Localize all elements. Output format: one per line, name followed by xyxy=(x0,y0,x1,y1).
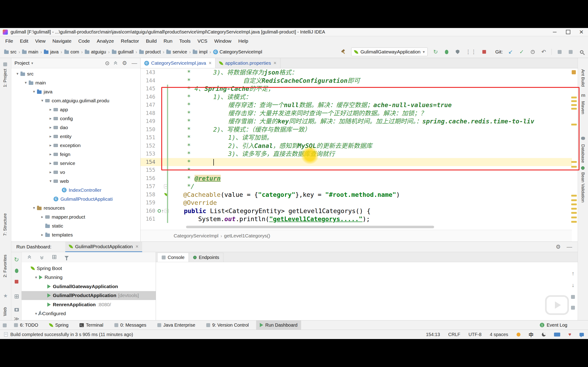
stripe-maven[interactable]: Maven xyxy=(580,101,586,114)
line-number[interactable]: 156 xyxy=(141,174,157,183)
line-number[interactable]: 146 xyxy=(141,93,157,101)
vcs-commit-button[interactable]: ✓ xyxy=(519,48,525,56)
tree-expand-arrow[interactable]: ▸ xyxy=(48,143,53,148)
project-item-com-atguigu-gulimall-produ[interactable]: ▾com.atguigu.gulimall.produ xyxy=(11,96,140,105)
menu-tools[interactable]: Tools xyxy=(176,36,194,46)
history-button[interactable] xyxy=(529,48,536,56)
bean-validation-icon[interactable] xyxy=(581,166,585,170)
line-number[interactable]: 158 xyxy=(141,191,157,199)
breadcrumb-java[interactable]: java xyxy=(44,49,59,55)
breadcrumb-impl[interactable]: impl xyxy=(193,49,208,55)
menu-edit[interactable]: Edit xyxy=(17,36,32,46)
tree-expand-arrow[interactable]: ▸ xyxy=(48,125,53,130)
breadcrumb-getlevel1categorys[interactable]: getLevel1Categorys() xyxy=(224,233,270,239)
code-line-155[interactable]: 155 * xyxy=(141,166,572,174)
menu-window[interactable]: Window xyxy=(211,36,235,46)
toolwindow-java-enterprise[interactable]: Java Enterprise xyxy=(154,320,199,330)
project-item-indexcontroller[interactable]: IndexController xyxy=(11,186,140,194)
tree-collapse-arrow[interactable]: ▾ xyxy=(48,179,53,184)
settings-gear-icon[interactable]: ⚙ xyxy=(556,244,561,250)
tree-expand-arrow[interactable]: ▸ xyxy=(48,134,53,139)
breadcrumb-gulimall[interactable]: gulimall xyxy=(112,49,134,55)
code-line-159[interactable]: 159 @Override xyxy=(141,199,572,207)
project-item-main[interactable]: ▾main xyxy=(11,78,140,87)
tree-collapse-arrow[interactable]: ▾ xyxy=(39,98,45,103)
moon-icon[interactable] xyxy=(542,333,546,336)
database-icon[interactable] xyxy=(581,136,585,140)
editor-tab-categoryserviceimpl-java[interactable]: CategoryServiceImpl.java× xyxy=(141,58,216,68)
event-log-widget[interactable]: 1 Event Log xyxy=(540,323,588,328)
tree-expand-arrow[interactable]: ▸ xyxy=(48,161,53,166)
project-item-templates[interactable]: ▸templates xyxy=(11,230,140,239)
tree-collapse-arrow[interactable]: ▾ xyxy=(33,275,39,280)
editor-tab-application-properties[interactable]: application.properties× xyxy=(216,58,280,68)
minimize-button[interactable] xyxy=(548,28,561,36)
line-number[interactable]: 157 xyxy=(141,182,157,191)
line-number[interactable]: 154 xyxy=(141,158,157,166)
menu-file[interactable]: File xyxy=(2,36,17,46)
ime-indicator[interactable]: 中 xyxy=(529,331,534,338)
tree-collapse-arrow[interactable]: ▾ xyxy=(15,71,20,76)
code-line-143[interactable]: 143 * 3)、将数据保存为json格式： xyxy=(141,68,572,77)
code-line-150[interactable]: 150 * 2)、写模式：（缓存与数据库一致） xyxy=(141,125,572,134)
stripe-ant-build[interactable]: Ant Build xyxy=(580,69,586,87)
code-line-157[interactable]: 157− */ xyxy=(141,182,572,191)
project-item-gulimallproductapplicati[interactable]: GulimallProductApplicati xyxy=(11,194,140,203)
line-number[interactable]: 148 xyxy=(141,109,157,117)
project-item-src[interactable]: ▾src xyxy=(11,69,140,78)
build-button[interactable] xyxy=(340,48,346,56)
rollback-button[interactable]: ↶ xyxy=(540,48,547,56)
settings-gear-icon[interactable]: ⚙ xyxy=(122,60,127,66)
stripe-bean-validation[interactable]: Bean Validation xyxy=(580,172,586,202)
line-number[interactable]: 160 xyxy=(141,207,157,215)
override-gutter-icon[interactable]: ↑ xyxy=(157,209,164,213)
hide-panel-icon[interactable]: — xyxy=(132,60,137,66)
code-line-152[interactable]: 152 * 2)、引入Canal，感知到MySQL的更新去更新数据库 xyxy=(141,142,572,150)
breadcrumb-com[interactable]: com xyxy=(64,49,79,55)
close-tab-icon[interactable]: × xyxy=(208,60,212,66)
menu-vcs[interactable]: VCS xyxy=(194,36,211,46)
warning-stripe-mark[interactable] xyxy=(571,166,577,168)
project-item-entity[interactable]: ▸entity xyxy=(11,132,140,141)
vcs-update-button[interactable]: ↙ xyxy=(507,48,514,56)
project-panel-title[interactable]: Project xyxy=(15,60,29,66)
menu-view[interactable]: View xyxy=(32,36,49,46)
close-tab-icon[interactable]: × xyxy=(136,244,138,250)
toolwindow-6-todo[interactable]: 6: TODO xyxy=(10,320,42,330)
code-line-144[interactable]: 144 * 自定义RedisCacheConfiguration即可 xyxy=(141,77,572,85)
keyboard-icon[interactable] xyxy=(554,333,560,336)
project-item-vo[interactable]: ▸vo xyxy=(11,168,140,177)
menu-navigate[interactable]: Navigate xyxy=(49,36,75,46)
rundash-item-renrenapplication[interactable]: RenrenApplication:8080/ xyxy=(22,300,156,309)
tree-collapse-arrow[interactable]: ▾ xyxy=(31,206,37,210)
run-dashboard-tab[interactable]: GulimallProductApplication × xyxy=(65,242,142,252)
project-item-app[interactable]: ▸app xyxy=(11,105,140,114)
debug-application-button[interactable] xyxy=(13,267,20,274)
inspection-indicator-icon[interactable] xyxy=(572,70,576,74)
menu-help[interactable]: Help xyxy=(235,36,252,46)
layout-button[interactable] xyxy=(13,293,20,300)
line-number[interactable]: 152 xyxy=(141,142,157,150)
toolwindow-9-version-control[interactable]: 9: Version Control xyxy=(203,320,252,330)
collapse-all-icon[interactable] xyxy=(114,61,117,65)
code-line-160[interactable]: 160↑− public List<CategoryEntity> getLev… xyxy=(141,207,572,215)
line-ending[interactable]: CRLF xyxy=(448,332,460,337)
project-item-feign[interactable]: ▸feign xyxy=(11,150,140,159)
document-icon[interactable] xyxy=(4,332,8,336)
tree-expand-arrow[interactable]: ▸ xyxy=(48,170,53,175)
scroll-to-bottom-icon[interactable]: ↓ xyxy=(572,282,574,288)
tree-collapse-arrow[interactable]: ▾ xyxy=(23,80,29,85)
rundash-item-running[interactable]: ▾Running xyxy=(22,273,156,282)
filter-button[interactable] xyxy=(63,253,70,261)
toolwindow-terminal[interactable]: Terminal xyxy=(76,320,107,330)
expand-all-button[interactable] xyxy=(39,253,45,261)
warning-stripe-mark[interactable] xyxy=(571,97,577,98)
tree-collapse-arrow[interactable]: ▾ xyxy=(33,311,39,316)
project-tool-icon[interactable] xyxy=(3,62,7,66)
project-item-resources[interactable]: ▾resources xyxy=(11,203,140,212)
run-configuration-selector[interactable]: GulimallGatewayApplication ▾ xyxy=(351,48,428,56)
toolwindow-run-dashboard[interactable]: Run Dashboard xyxy=(256,320,301,330)
stripe-database[interactable]: Database xyxy=(580,144,586,163)
line-number[interactable]: 145 xyxy=(141,85,157,93)
thread-dump-button[interactable] xyxy=(13,306,20,313)
